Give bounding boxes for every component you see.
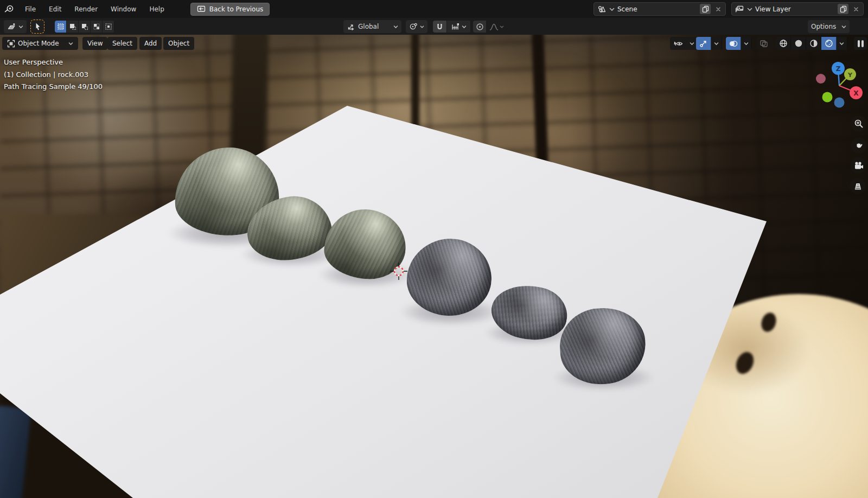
blender-logo-icon[interactable]	[0, 4, 18, 15]
header-overflow-icon	[858, 40, 864, 47]
perspective-label: User Perspective	[4, 56, 103, 69]
scene-icon	[597, 5, 607, 14]
mode-extend-button[interactable]	[67, 21, 79, 33]
menu-select[interactable]: Select	[107, 37, 137, 50]
object-mode-icon	[7, 40, 15, 48]
topbar: File Edit Render Window Help Back to Pre…	[0, 0, 868, 18]
mode-intersect-button[interactable]	[103, 21, 114, 33]
chevron-down-icon	[68, 42, 73, 46]
shading-material-button[interactable]	[806, 37, 821, 50]
menu-view[interactable]: View	[82, 37, 107, 50]
shading-wireframe-icon	[779, 39, 788, 48]
gizmo-toggle-icon	[699, 39, 708, 48]
overlays-dropdown[interactable]	[726, 37, 752, 50]
gizmos-toggle[interactable]	[696, 37, 711, 50]
render-progress-label: Path Tracing Sample 49/100	[4, 81, 103, 93]
close-icon[interactable]	[851, 4, 861, 14]
select-mode-group	[55, 21, 114, 33]
cursor-3d-icon	[388, 261, 409, 282]
zoom-icon	[854, 119, 864, 129]
view-layer-value: View Layer	[755, 5, 835, 13]
shading-solid-button[interactable]	[791, 37, 806, 50]
transform-orientation-dropdown[interactable]: Global	[343, 20, 401, 33]
menu-add[interactable]: Add	[139, 37, 162, 50]
shading-group	[776, 37, 847, 50]
navigation-gizmo[interactable]: Z Y X	[808, 59, 868, 118]
chevron-down-icon	[420, 25, 424, 29]
mode-dropdown[interactable]: Object Mode	[2, 37, 78, 50]
select-tool-icon	[34, 22, 42, 31]
falloff-dropdown[interactable]	[487, 21, 506, 33]
gizmo-y-label: Y	[847, 72, 853, 79]
shading-solid-icon	[794, 39, 803, 48]
chevron-down-icon	[18, 25, 23, 29]
menu-render[interactable]: Render	[68, 0, 104, 18]
active-tool-select-box[interactable]	[30, 20, 44, 34]
gizmos-dropdown[interactable]	[696, 37, 722, 50]
editor-type-icon	[7, 22, 16, 31]
menu-help[interactable]: Help	[143, 0, 170, 18]
shading-wireframe-button[interactable]	[776, 37, 791, 50]
visibility-dropdown[interactable]	[670, 37, 697, 50]
mode-set-button[interactable]	[55, 21, 67, 33]
duplicate-icon[interactable]	[700, 4, 711, 14]
shading-material-icon	[809, 39, 818, 48]
back-arrow-icon	[197, 5, 206, 13]
view-layer-selector[interactable]: View Layer	[731, 2, 864, 16]
mode-extend-icon	[69, 23, 76, 30]
chevron-down-icon	[841, 25, 846, 29]
3d-viewport[interactable]: User Perspective (1) Collection | rock.0…	[0, 35, 868, 498]
chevron-down-icon	[500, 25, 504, 29]
chevron-down-icon	[747, 7, 752, 11]
shading-rendered-button[interactable]	[821, 37, 837, 50]
options-label: Options	[811, 23, 839, 30]
viewport-overlay-text: User Perspective (1) Collection | rock.0…	[4, 56, 103, 93]
proportional-icon	[476, 23, 484, 31]
perspective-toggle-button[interactable]	[850, 178, 866, 194]
duplicate-icon[interactable]	[838, 4, 848, 14]
menu-window[interactable]: Window	[104, 0, 143, 18]
visibility-icon	[673, 40, 684, 48]
mode-set-icon	[57, 23, 65, 30]
gizmo-neg-y-ball[interactable]	[822, 92, 833, 103]
snapping-group	[433, 21, 471, 33]
gizmo-z-label: Z	[836, 65, 841, 73]
scene-selector-value: Scene	[617, 5, 697, 13]
snap-toggle-button[interactable]	[433, 21, 447, 33]
mode-subtract-button[interactable]	[79, 21, 91, 33]
overlays-icon	[729, 40, 738, 48]
pivot-point-dropdown[interactable]	[406, 20, 427, 33]
back-to-previous-button[interactable]: Back to Previous	[190, 3, 270, 16]
xray-icon	[760, 40, 768, 48]
menu-edit[interactable]: Edit	[42, 0, 68, 18]
xray-toggle[interactable]	[756, 37, 771, 50]
snap-target-icon	[451, 23, 460, 30]
gizmo-neg-z-ball[interactable]	[834, 98, 845, 108]
snap-target-dropdown[interactable]	[447, 21, 471, 33]
overlays-toggle[interactable]	[726, 37, 741, 50]
shading-options-dropdown[interactable]	[837, 37, 847, 50]
mode-invert-button[interactable]	[91, 21, 103, 33]
editor-type-button[interactable]	[4, 20, 27, 33]
menu-file[interactable]: File	[18, 0, 42, 18]
orientation-icon	[347, 22, 356, 31]
menu-object[interactable]: Object	[163, 37, 194, 50]
chevron-down-icon	[609, 7, 615, 11]
camera-view-button[interactable]	[850, 157, 866, 174]
active-object-label: (1) Collection | rock.003	[4, 69, 103, 81]
close-icon[interactable]	[713, 4, 723, 14]
snap-magnet-icon	[436, 23, 444, 31]
mode-invert-icon	[93, 23, 100, 30]
gizmo-neg-x-ball[interactable]	[816, 74, 826, 84]
perspective-toggle-icon	[853, 182, 863, 191]
tool-header: Global	[0, 18, 868, 35]
view-layer-icon	[735, 5, 744, 14]
options-dropdown[interactable]: Options	[808, 20, 850, 33]
chevron-down-icon	[462, 25, 467, 29]
zoom-button[interactable]	[851, 116, 867, 132]
scene-selector[interactable]: Scene	[593, 2, 726, 16]
chevron-down-icon	[393, 25, 398, 29]
pan-button[interactable]	[851, 137, 867, 154]
header-overflow-button[interactable]	[854, 37, 867, 50]
proportional-edit-button[interactable]	[473, 21, 487, 33]
